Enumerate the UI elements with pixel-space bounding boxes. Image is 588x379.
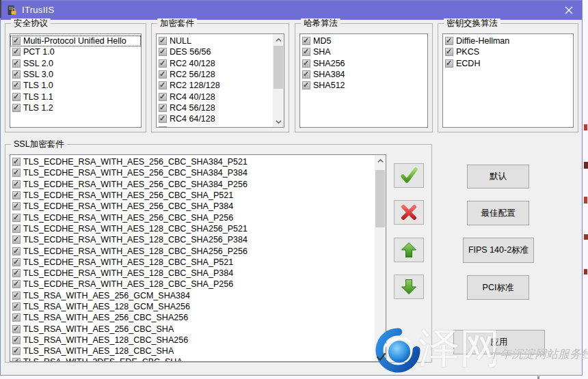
checkbox-checked-icon[interactable] (159, 48, 167, 56)
checkbox-checked-icon[interactable] (12, 214, 21, 222)
key-exchange-list[interactable]: Diffie-Hellman PKCS ECDH (442, 33, 574, 128)
checkbox-checked-icon[interactable] (12, 313, 21, 322)
checkbox-checked-icon[interactable] (12, 37, 21, 45)
checkbox-checked-icon[interactable] (12, 104, 21, 112)
ssl-suite-list-item[interactable]: TLS_ECDHE_RSA_WITH_AES_128_CBC_SHA_P521 (10, 257, 375, 268)
hash-list[interactable]: MD5 SHA SHA256 SHA384 (299, 33, 428, 128)
move-up-button[interactable] (394, 238, 424, 262)
checkbox-checked-icon[interactable] (159, 37, 167, 45)
checkbox-checked-icon[interactable] (12, 247, 21, 255)
checkbox-checked-icon[interactable] (302, 70, 310, 79)
cipher-list-item[interactable]: NULL (157, 36, 273, 46)
protocol-list-item[interactable]: Multi-Protocol Unified Hello (10, 36, 141, 46)
approve-button[interactable] (394, 163, 424, 188)
cipher-list-item[interactable]: RC2 128/128 (157, 80, 273, 91)
cipher-list-item[interactable]: RC4 40/128 (157, 91, 273, 102)
cipher-list-scrollbar[interactable] (273, 34, 284, 127)
protocol-list-item[interactable]: TLS 1.1 (10, 91, 141, 102)
ssl-suite-list-item[interactable]: TLS_ECDHE_RSA_WITH_AES_128_CBC_SHA_P384 (10, 268, 375, 279)
checkbox-checked-icon[interactable] (12, 70, 21, 79)
checkbox-checked-icon[interactable] (445, 37, 453, 45)
checkbox-checked-icon[interactable] (12, 269, 21, 277)
checkbox-checked-icon[interactable] (12, 48, 21, 56)
scrollbar-up-icon[interactable] (273, 34, 284, 45)
checkbox-checked-icon[interactable] (302, 81, 310, 89)
checkbox-checked-icon[interactable] (159, 115, 167, 123)
checkbox-checked-icon[interactable] (12, 336, 21, 344)
checkbox-checked-icon[interactable] (12, 202, 21, 210)
checkbox-checked-icon[interactable] (159, 81, 167, 89)
scrollbar-up-icon[interactable] (375, 155, 386, 166)
protocol-list-item[interactable]: TLS 1.0 (10, 80, 141, 91)
hash-list-item[interactable]: SHA512 (300, 80, 427, 91)
checkbox-checked-icon[interactable] (12, 325, 21, 333)
checkbox-checked-icon[interactable] (12, 169, 21, 177)
fips-standard-button[interactable]: FIPS 140-2标准 (463, 238, 534, 263)
protocol-list[interactable]: Multi-Protocol Unified Hello PCT 1.0 SSL… (10, 33, 142, 128)
ssl-suite-list-item[interactable]: TLS_ECDHE_RSA_WITH_AES_128_CBC_SHA_P256 (10, 279, 375, 290)
checkbox-checked-icon[interactable] (12, 158, 21, 166)
hash-list-item[interactable]: SHA256 (300, 58, 427, 69)
checkbox-checked-icon[interactable] (445, 48, 453, 56)
ssl-suite-list-item[interactable]: TLS_RSA_WITH_AES_256_CBC_SHA (10, 323, 375, 334)
key-exchange-list-item[interactable]: PKCS (443, 46, 573, 57)
cipher-list[interactable]: NULL DES 56/56 RC2 40/128 RC2 56 (156, 33, 284, 128)
protocol-list-item[interactable]: SSL 3.0 (10, 69, 141, 80)
protocol-list-item[interactable]: SSL 2.0 (10, 58, 141, 69)
ssl-suite-list-item[interactable]: TLS_RSA_WITH_AES_128_CBC_SHA256 (10, 335, 375, 346)
hash-list-item[interactable]: SHA (300, 46, 427, 57)
cipher-list-item[interactable]: RC2 40/128 (157, 58, 273, 69)
checkbox-checked-icon[interactable] (159, 93, 167, 101)
checkbox-checked-icon[interactable] (12, 59, 21, 68)
protocol-list-item[interactable]: PCT 1.0 (10, 46, 141, 57)
cipher-list-item[interactable]: RC4 128/128 (157, 124, 273, 127)
checkbox-checked-icon[interactable] (302, 37, 310, 45)
hash-list-item[interactable]: MD5 (300, 36, 427, 46)
ssl-suite-list-item[interactable]: TLS_RSA_WITH_AES_256_GCM_SHA384 (10, 290, 375, 301)
close-button[interactable] (556, 1, 582, 20)
cipher-list-item[interactable]: RC4 64/128 (157, 113, 273, 124)
checkbox-checked-icon[interactable] (12, 258, 21, 266)
key-exchange-list-item[interactable]: Diffie-Hellman (443, 36, 573, 46)
remove-button[interactable] (394, 200, 424, 225)
ssl-suite-list-item[interactable]: TLS_RSA_WITH_AES_256_CBC_SHA256 (10, 312, 375, 323)
best-config-button[interactable]: 最佳配置 (467, 201, 529, 225)
checkbox-checked-icon[interactable] (12, 280, 21, 288)
ssl-suite-list-item[interactable]: TLS_ECDHE_RSA_WITH_AES_256_CBC_SHA_P256 (10, 212, 375, 223)
cipher-list-item[interactable]: DES 56/56 (157, 46, 273, 57)
app-server-lock-icon[interactable] (6, 5, 17, 16)
cipher-list-item[interactable]: RC2 56/128 (157, 69, 273, 80)
ssl-suite-list-item[interactable]: TLS_RSA_WITH_AES_128_CBC_SHA (10, 346, 375, 356)
scrollbar-thumb[interactable] (375, 170, 385, 227)
pci-standard-button[interactable]: PCI标准 (467, 275, 529, 300)
checkbox-checked-icon[interactable] (159, 104, 167, 112)
checkbox-checked-icon[interactable] (12, 236, 21, 244)
scrollbar-thumb[interactable] (273, 46, 283, 89)
move-down-button[interactable] (394, 275, 424, 299)
checkbox-checked-icon[interactable] (159, 59, 167, 68)
hash-list-item[interactable]: SHA384 (300, 69, 427, 80)
ssl-suite-list-item[interactable]: TLS_ECDHE_RSA_WITH_AES_256_CBC_SHA384_P3… (10, 167, 375, 178)
checkbox-checked-icon[interactable] (12, 191, 21, 199)
checkbox-checked-icon[interactable] (12, 292, 21, 300)
checkbox-checked-icon[interactable] (159, 126, 167, 127)
checkbox-checked-icon[interactable] (159, 70, 167, 79)
ssl-suite-list-item[interactable]: TLS_ECDHE_RSA_WITH_AES_256_CBC_SHA384_P2… (10, 179, 375, 190)
protocol-list-item[interactable]: TLS 1.2 (10, 102, 141, 113)
checkbox-checked-icon[interactable] (12, 358, 21, 361)
ssl-suite-list-item[interactable]: TLS_ECDHE_RSA_WITH_AES_256_CBC_SHA384_P5… (10, 156, 375, 167)
ssl-suite-list-item[interactable]: TLS_ECDHE_RSA_WITH_AES_128_CBC_SHA256_P2… (10, 245, 375, 256)
key-exchange-list-item[interactable]: ECDH (443, 58, 573, 69)
ssl-suite-list-item[interactable]: TLS_ECDHE_RSA_WITH_AES_128_CBC_SHA256_P5… (10, 223, 375, 234)
ssl-suite-list-item[interactable]: TLS_ECDHE_RSA_WITH_AES_256_CBC_SHA_P521 (10, 190, 375, 201)
ssl-suite-list-item[interactable]: TLS_RSA_WITH_3DES_EDE_CBC_SHA (10, 356, 375, 361)
checkbox-checked-icon[interactable] (302, 48, 310, 56)
checkbox-checked-icon[interactable] (12, 303, 21, 311)
cipher-list-item[interactable]: RC4 56/128 (157, 102, 273, 113)
scrollbar-down-icon[interactable] (273, 116, 284, 127)
ssl-suite-list[interactable]: TLS_ECDHE_RSA_WITH_AES_256_CBC_SHA384_P5… (10, 154, 386, 362)
default-button[interactable]: 默认 (467, 165, 529, 188)
checkbox-checked-icon[interactable] (12, 347, 21, 355)
checkbox-checked-icon[interactable] (302, 59, 310, 68)
checkbox-checked-icon[interactable] (12, 225, 21, 233)
